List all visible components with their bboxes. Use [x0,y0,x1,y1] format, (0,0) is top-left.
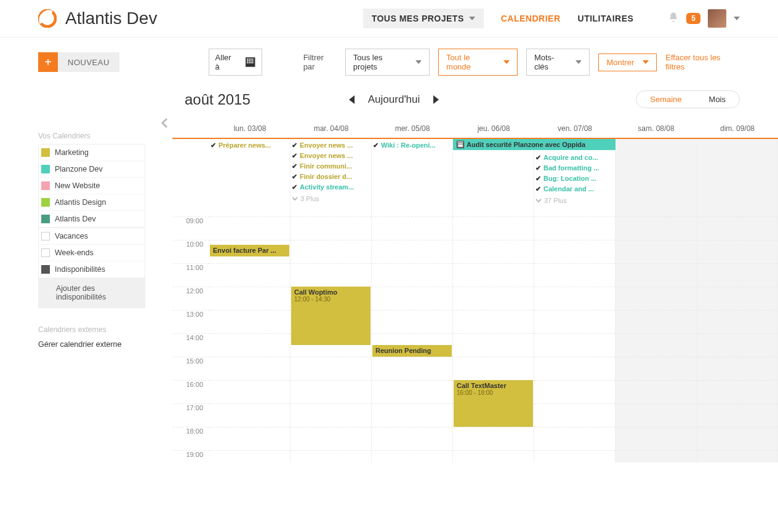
goto-date[interactable]: Aller à [209,49,262,76]
sidebar-your-calendars-title: Vos Calendriers [38,132,145,140]
sidebar-item-calendar[interactable]: Atlantis Dev [39,211,145,228]
check-icon: ✔ [292,173,297,181]
calendar-subbar: août 2015 Aujourd'hui Semaine Mois [0,87,778,119]
external-calendars-title: Calendriers externes [38,325,145,334]
new-button[interactable]: + NOUVEAU [38,52,119,72]
filter-projects[interactable]: Tous les projets [345,49,430,76]
calendar-event[interactable]: Call Woptimo12:00 - 14:30 [291,287,371,345]
day-header: jeu. 06/08 [453,119,534,138]
show-more-tasks[interactable]: 37 Plus [535,194,614,204]
filter-keywords-label: Mots-clés [534,53,567,71]
allday-task[interactable]: ✔Envoyer news ... [292,151,370,161]
view-month[interactable]: Mois [696,91,739,108]
view-week[interactable]: Semaine [636,91,695,108]
toolbar: + NOUVEAU Aller à Filtrer par Tous les p… [0,38,778,87]
sidebar-item-calendar[interactable]: Atlantis Design [39,194,145,211]
nav-projects[interactable]: TOUS MES PROJETS [363,9,484,28]
time-label: 09:00 [172,216,209,240]
check-icon: ✔ [373,141,379,149]
allday-cell[interactable] [697,139,778,216]
allday-task[interactable]: ✔Wiki : Re-openi... [373,140,451,151]
allday-task[interactable]: ✔Finir dossier d... [292,172,370,182]
time-column[interactable]: Envoi facture Par ... [209,216,291,463]
sidebar-item-calendar[interactable]: Planzone Dev [39,161,145,178]
allday-cell[interactable]: ✔Wiki : Re-openi... [372,139,453,216]
sidebar-item-calendar[interactable]: Marketing [39,145,145,161]
allday-cell[interactable]: ✔Acquire and co...✔Bad formatting ...✔Bu… [534,139,616,216]
filter-show[interactable]: Montrer [598,54,657,71]
collapse-sidebar-icon[interactable] [160,117,169,131]
day-headers: lun. 03/08mar. 04/08mer. 05/08jeu. 06/08… [172,119,778,139]
today-button[interactable]: Aujourd'hui [368,93,420,106]
swatch-icon [41,248,50,257]
time-column[interactable] [616,216,697,463]
sidebar-item-label: Indisponibilités [55,265,105,274]
prev-week-icon[interactable] [349,95,355,104]
sidebar-item-calendar[interactable]: New Website [39,178,145,194]
show-more-tasks[interactable]: 3 Plus [292,193,370,202]
allday-cell[interactable]: ✔Envoyer news ...✔Envoyer news ...✔Finir… [291,139,372,216]
time-grid[interactable]: 09:0010:0011:0012:0013:0014:0015:0016:00… [172,216,778,463]
allday-task[interactable]: ✔Bug: Location ... [535,173,614,184]
nav-calendar[interactable]: CALENDRIER [501,14,561,23]
time-label: 12:00 [172,287,209,310]
allday-task[interactable]: ✔Calendar and ... [535,184,614,194]
allday-cell[interactable]: ✔Préparer news... [209,139,291,216]
calendar-event[interactable]: Reunion Pending [372,345,452,357]
sidebar-item-label: Marketing [55,148,89,157]
allday-task[interactable]: ✔Activity stream... [292,182,370,193]
add-unavailability-button[interactable]: Ajouter des indisponibilités [39,278,145,308]
notification-badge[interactable]: 5 [686,13,700,24]
calendar-event[interactable]: Envoi facture Par ... [210,245,289,256]
allday-task[interactable]: ✔Bad formatting ... [535,163,614,173]
bell-icon[interactable] [668,12,679,26]
task-label: Bug: Location ... [543,175,596,182]
nav-utilities[interactable]: UTILITAIRES [578,14,634,23]
avatar[interactable] [708,9,726,28]
check-icon: ✔ [535,175,541,183]
today-nav: Aujourd'hui [349,93,439,106]
next-week-icon[interactable] [433,95,439,104]
day-header: dim. 09/08 [697,119,778,138]
svg-rect-12 [251,62,252,63]
swatch-icon [41,232,50,240]
svg-rect-4 [251,58,252,60]
svg-rect-9 [252,60,254,62]
allday-task[interactable]: ✔Acquire and co... [535,153,614,163]
svg-rect-7 [249,60,250,62]
time-column[interactable] [534,216,616,463]
allday-task[interactable]: ✔Finir communi... [292,161,370,172]
allday-task[interactable]: ✔Préparer news... [211,140,289,151]
chevron-down-icon[interactable] [734,17,740,20]
check-icon: ✔ [292,183,297,191]
task-label: Finir communi... [300,162,352,170]
time-column[interactable] [697,216,778,463]
calendar-options: Vacances Week-ends Indisponibilités Ajou… [38,228,145,308]
sidebar-item-label: Vacances [55,232,88,240]
sidebar-item-unavailable[interactable]: Indisponibilités [39,261,145,278]
sidebar-item-label: Planzone Dev [55,165,103,173]
calendar-event[interactable]: Call TextMaster16:00 - 18:00 [454,380,533,427]
swatch-icon [41,148,50,157]
allday-cell[interactable] [616,139,697,216]
time-column[interactable]: Reunion Pending [372,216,453,463]
time-column[interactable]: Call Woptimo12:00 - 14:30 [291,216,372,463]
check-icon: ✔ [535,164,541,172]
filter-keywords[interactable]: Mots-clés [526,49,590,76]
clear-filters-link[interactable]: Effacer tous les filtres [665,53,740,71]
manage-external-link[interactable]: Gérer calendrier externe [38,338,145,351]
time-label: 13:00 [172,310,209,333]
allday-event-bar[interactable]: Audit securité Planzone avec Oppida [453,139,616,150]
filter-people[interactable]: Tout le monde [438,49,518,76]
allday-task[interactable]: ✔Envoyer news ... [292,140,370,151]
allday-cell[interactable] [453,139,534,216]
logo-icon [38,9,57,28]
check-icon: ✔ [211,141,216,149]
calendar-list[interactable]: MarketingPlanzone DevNew WebsiteAtlantis… [38,144,145,228]
sidebar-item-vacations[interactable]: Vacances [39,228,145,245]
day-header: mar. 04/08 [291,119,372,138]
time-column[interactable]: Call TextMaster16:00 - 18:00 [453,216,534,463]
sidebar-item-weekends[interactable]: Week-ends [39,245,145,261]
calendar-view: lun. 03/08mar. 04/08mer. 05/08jeu. 06/08… [145,119,778,463]
svg-rect-11 [249,62,250,63]
